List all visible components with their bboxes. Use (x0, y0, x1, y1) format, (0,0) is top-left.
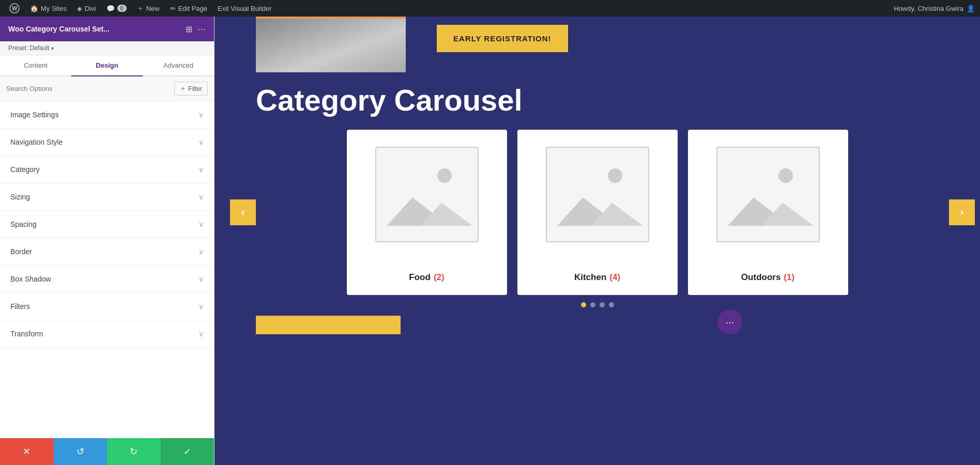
bottom-toolbar: ✕ ↺ ↻ ✓ (0, 438, 214, 465)
menu-dots-icon[interactable]: ⋯ (197, 24, 206, 34)
setting-sizing[interactable]: Sizing ∨ (0, 183, 214, 211)
chevron-down-icon: ∨ (198, 193, 204, 201)
carousel-prev-button[interactable]: ‹ (230, 199, 256, 225)
carousel-card-kitchen: Kitchen (4) (517, 130, 678, 295)
comments-item[interactable]: 💬 0 (102, 0, 131, 17)
setting-border[interactable]: Border ∨ (0, 238, 214, 266)
chevron-down-icon: ∨ (198, 111, 204, 119)
setting-navigation-style[interactable]: Navigation Style ∨ (0, 129, 214, 156)
card-label-food: Food (2) (409, 272, 444, 283)
chevron-down-icon: ∨ (198, 138, 204, 146)
cancel-button[interactable]: ✕ (0, 438, 54, 465)
floating-menu-button[interactable]: ··· (717, 309, 742, 334)
my-sites-item[interactable]: 🏠 My Sites (26, 0, 71, 17)
new-item[interactable]: ＋ New (133, 0, 164, 17)
preset-bar[interactable]: Preset: Default ▾ (0, 41, 214, 55)
chevron-down-icon: ∨ (198, 220, 204, 228)
wp-logo-item[interactable]: W (5, 0, 24, 17)
setting-transform[interactable]: Transform ∨ (0, 320, 214, 348)
border-label: Border (10, 247, 32, 256)
carousel-card-outdoors: Outdoors (1) (688, 130, 848, 295)
dot-2[interactable] (590, 302, 595, 307)
card-name-kitchen: Kitchen (574, 272, 606, 283)
divi-item[interactable]: ◈ Divi (73, 0, 100, 17)
placeholder-frame (546, 147, 649, 242)
dot-4[interactable] (609, 302, 614, 307)
main-layout: Woo Category Carousel Set... ⊞ ⋯ Preset:… (0, 17, 980, 465)
chevron-left-icon: ‹ (241, 206, 244, 219)
preset-arrow-icon: ▾ (51, 45, 54, 51)
exit-builder-item[interactable]: Exit Visual Builder (213, 0, 276, 17)
navigation-style-label: Navigation Style (10, 138, 63, 146)
bottom-area: ··· (215, 307, 980, 334)
chevron-down-icon: ∨ (198, 247, 204, 256)
edit-page-item[interactable]: ✏ Edit Page (166, 0, 211, 17)
divi-label: Divi (85, 5, 96, 12)
card-count-food: (2) (434, 272, 445, 283)
filters-label: Filters (10, 302, 30, 311)
comment-icon: 💬 (106, 5, 115, 12)
placeholder-frame (716, 147, 820, 242)
grid-icon[interactable]: ⊞ (186, 24, 192, 34)
setting-category[interactable]: Category ∨ (0, 156, 214, 183)
dot-1[interactable] (581, 302, 586, 307)
chevron-down-icon: ∨ (198, 275, 204, 283)
placeholder-mountain2-icon (421, 203, 472, 226)
early-registration-button[interactable]: EARLY REGISTRATION! (437, 25, 568, 52)
setting-spacing[interactable]: Spacing ∨ (0, 211, 214, 238)
setting-filters[interactable]: Filters ∨ (0, 293, 214, 320)
box-shadow-label: Box Shadow (10, 275, 51, 283)
card-name-outdoors: Outdoors (741, 272, 781, 283)
card-image-kitchen (541, 140, 654, 249)
card-count-outdoors: (1) (784, 272, 794, 283)
filter-label: Filter (188, 85, 202, 92)
tab-content[interactable]: Content (0, 55, 71, 76)
hero-image-inner (256, 19, 406, 72)
admin-bar-left: W 🏠 My Sites ◈ Divi 💬 0 ＋ New ✏ Edit Pag… (5, 0, 276, 17)
hero-section: EARLY REGISTRATION! (215, 17, 980, 72)
undo-button[interactable]: ↺ (54, 438, 108, 465)
card-label-outdoors: Outdoors (1) (741, 272, 794, 283)
filter-button[interactable]: ＋ Filter (174, 82, 208, 96)
card-image-food (370, 140, 484, 249)
sidebar-tabs: Content Design Advanced (0, 55, 214, 76)
save-button[interactable]: ✓ (161, 438, 215, 465)
hero-image (256, 17, 406, 72)
redo-button[interactable]: ↻ (107, 438, 161, 465)
carousel-next-button[interactable]: › (949, 199, 975, 225)
sidebar: Woo Category Carousel Set... ⊞ ⋯ Preset:… (0, 17, 215, 465)
chevron-down-icon: ∨ (198, 165, 204, 174)
placeholder-mountain2-icon (762, 203, 814, 226)
carousel-title: Category Carousel (215, 72, 980, 130)
placeholder-circle-icon (778, 168, 793, 183)
avatar: 👤 (967, 5, 975, 12)
filter-plus-icon: ＋ (180, 84, 186, 93)
category-label: Category (10, 165, 40, 174)
edit-page-label: Edit Page (178, 5, 207, 12)
sidebar-header: Woo Category Carousel Set... ⊞ ⋯ (0, 17, 214, 41)
svg-text:W: W (12, 5, 18, 11)
placeholder-circle-icon (437, 168, 452, 183)
sidebar-header-icons: ⊞ ⋯ (186, 24, 206, 34)
tab-advanced[interactable]: Advanced (143, 55, 214, 76)
preset-label: Preset: Default (8, 44, 49, 52)
greeting-text: Howdy, Christina Gwira (894, 5, 963, 12)
search-input[interactable] (6, 85, 170, 92)
tab-design[interactable]: Design (71, 55, 143, 76)
new-label: New (146, 5, 160, 12)
placeholder-circle-icon (608, 168, 622, 183)
transform-label: Transform (10, 330, 43, 338)
comment-count: 0 (117, 5, 127, 12)
chevron-down-icon: ∨ (198, 330, 204, 338)
placeholder-frame (375, 147, 479, 242)
image-settings-label: Image Settings (10, 111, 58, 119)
dot-3[interactable] (600, 302, 605, 307)
carousel-card-food: Food (2) (347, 130, 507, 295)
setting-image-settings[interactable]: Image Settings ∨ (0, 101, 214, 129)
card-name-food: Food (409, 272, 431, 283)
edit-icon: ✏ (170, 5, 176, 12)
setting-box-shadow[interactable]: Box Shadow ∨ (0, 266, 214, 293)
my-sites-label: My Sites (41, 5, 67, 12)
sidebar-title: Woo Category Carousel Set... (8, 25, 110, 33)
chevron-down-icon: ∨ (198, 302, 204, 311)
